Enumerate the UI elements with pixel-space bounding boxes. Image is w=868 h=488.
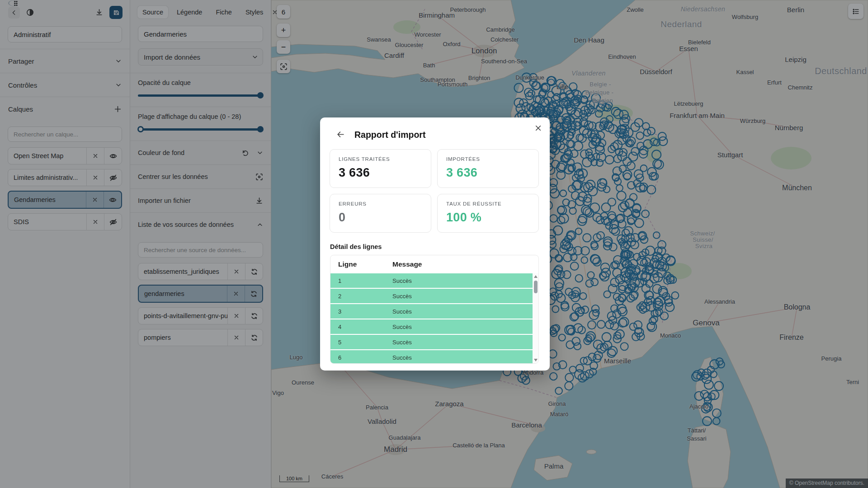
stat-label: TAUX DE RÉUSSITE <box>446 201 530 206</box>
modal-close-button[interactable] <box>534 124 542 132</box>
stat-value: 0 <box>339 211 422 225</box>
report-row: 4Succès <box>330 319 533 334</box>
modal-back-button[interactable] <box>337 131 344 140</box>
row-message: Succès <box>392 277 533 284</box>
row-message: Succès <box>392 354 533 361</box>
row-message: Succès <box>392 339 533 346</box>
close-icon <box>534 124 542 132</box>
table-scrollbar[interactable] <box>533 273 538 363</box>
stat-card-lignes-trait-es: LIGNES TRAITÉES3 636 <box>330 149 431 188</box>
scroll-up-arrow[interactable] <box>534 275 538 278</box>
report-row: 3Succès <box>330 304 533 319</box>
row-message: Succès <box>392 324 533 330</box>
stat-card-taux-de-r-ussite: TAUX DE RÉUSSITE100 % <box>437 194 539 233</box>
report-table-header: Ligne Message <box>330 255 538 273</box>
import-stats: LIGNES TRAITÉES3 636IMPORTÉES3 636ERREUR… <box>320 140 550 233</box>
report-row: 2Succès <box>330 289 533 303</box>
column-header-ligne: Ligne <box>330 260 392 268</box>
report-row: 1Succès <box>330 273 533 288</box>
stat-value: 100 % <box>446 211 530 225</box>
column-header-message: Message <box>392 260 538 268</box>
row-line-number: 6 <box>330 354 392 361</box>
row-line-number: 2 <box>330 293 392 300</box>
row-line-number: 4 <box>330 324 392 330</box>
stat-label: LIGNES TRAITÉES <box>339 156 422 162</box>
row-message: Succès <box>392 308 533 315</box>
stat-label: ERREURS <box>339 201 422 206</box>
detail-title: Détail des lignes <box>320 233 550 255</box>
report-row: 6Succès <box>330 350 533 364</box>
stat-value: 3 636 <box>446 166 530 180</box>
row-line-number: 3 <box>330 308 392 315</box>
modal-header: Rapport d'import <box>320 117 550 140</box>
scroll-thumb[interactable] <box>534 281 538 293</box>
stat-label: IMPORTÉES <box>446 156 530 162</box>
stat-card-import-es: IMPORTÉES3 636 <box>437 149 539 188</box>
report-table-body: 1Succès2Succès3Succès4Succès5Succès6Succ… <box>330 273 533 363</box>
row-line-number: 5 <box>330 339 392 346</box>
row-message: Succès <box>392 293 533 300</box>
report-table: Ligne Message 1Succès2Succès3Succès4Succ… <box>330 255 539 364</box>
modal-title: Rapport d'import <box>354 130 425 140</box>
stat-value: 3 636 <box>339 166 422 180</box>
row-line-number: 1 <box>330 277 392 284</box>
scroll-down-arrow[interactable] <box>534 359 538 361</box>
import-report-modal: Rapport d'import LIGNES TRAITÉES3 636IMP… <box>320 117 550 371</box>
arrow-left-icon <box>337 131 344 138</box>
stat-card-erreurs: ERREURS0 <box>330 194 431 233</box>
report-row: 5Succès <box>330 335 533 349</box>
